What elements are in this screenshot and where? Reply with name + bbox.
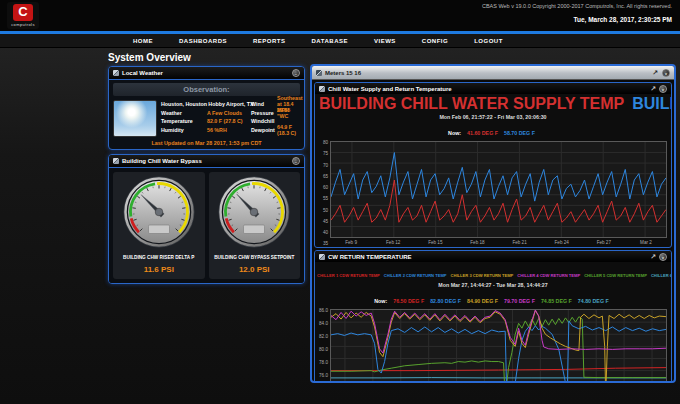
legend-entry[interactable]: CHILLER 3 CDW RETURN TEMP	[451, 273, 514, 278]
title-bar: C computrols CBAS Web v 19.0.0 Copyright…	[0, 0, 680, 31]
gauge-label: BUILDING CHW BYPASS SETPOINT	[211, 255, 299, 260]
x-tick-label: Feb 9	[345, 240, 357, 245]
nav-item-database[interactable]: DATABASE	[299, 38, 361, 44]
y-tick-label: 50	[323, 209, 328, 214]
y-tick-label: 40	[323, 231, 328, 236]
window-icon	[316, 70, 322, 76]
local-weather-header[interactable]: Local Weather −	[109, 67, 304, 80]
now-value: 76.50 DEG F	[393, 298, 424, 304]
chw-supply-return-chart-panel: Chill Water Supply and Return Temperatur…	[314, 82, 672, 248]
x-tick-label: Feb 12	[386, 240, 400, 245]
series-building-chw-return-temp	[331, 153, 666, 202]
x-tick-label: Feb 18	[470, 240, 484, 245]
local-weather-panel: Local Weather − Observation: Houston, Ho…	[108, 66, 305, 150]
y-tick-label: 55	[323, 197, 328, 202]
nav-item-views[interactable]: VIEWS	[361, 38, 409, 44]
y-tick-label: 80.0	[319, 348, 328, 353]
chart1-header[interactable]: Chill Water Supply and Return Temperatur…	[315, 83, 671, 94]
chart1-now-values: Now:41.60 DEG F58.70 DEG F	[315, 120, 671, 141]
weather-label: Wind	[251, 101, 277, 107]
chart2-y-axis: 86.084.082.080.078.076.074.072.070.0	[316, 309, 330, 383]
nav-item-home[interactable]: HOME	[120, 38, 166, 44]
popout-chart1-icon[interactable]: ↗	[650, 84, 656, 94]
meters-window-titlebar[interactable]: Meters 15 16 ↗ ×	[312, 66, 674, 80]
nav-item-reports[interactable]: REPORTS	[240, 38, 299, 44]
weather-label: Temperature	[161, 118, 207, 124]
x-tick-label: Feb 27	[597, 240, 611, 245]
chart2-date-range: Mon Mar 27, 14:44:27 - Tue Mar 28, 14:44…	[315, 281, 671, 288]
meters-window-title: Meters 15 16	[325, 70, 648, 76]
weather-value: A Few Clouds	[207, 110, 251, 116]
y-tick-label: 60	[323, 186, 328, 191]
chart2-plot	[330, 309, 667, 383]
collapse-weather-button[interactable]: −	[292, 69, 300, 77]
weather-table: Houston, Houston Hobby Airport, TXWindSo…	[161, 100, 303, 137]
computrols-logo[interactable]: C computrols	[7, 2, 39, 29]
y-tick-label: 78.0	[319, 361, 328, 366]
now-label: Now:	[374, 298, 387, 304]
y-tick-label: 65	[323, 175, 328, 180]
chart2-now-values: Now:76.50 DEG F82.80 DEG F84.90 DEG F79.…	[315, 288, 671, 309]
now-value: 58.70 DEG F	[504, 130, 535, 136]
close-chart2-icon[interactable]: ×	[659, 253, 667, 261]
legend-entry[interactable]: BUILDING CHILL WATER SUPPLY TEMP	[319, 95, 624, 112]
chart1-legend: BUILDING CHILL WATER SUPPLY TEMPBUILDING…	[315, 94, 671, 113]
weather-value: 64.9 F (18.3 C)	[277, 124, 303, 136]
x-tick-label: Mar 2	[640, 240, 652, 245]
y-tick-label: 35	[323, 242, 328, 247]
legend-entry[interactable]: CHILLER 2 CDW RETURN TEMP	[384, 273, 447, 278]
now-value: 74.85 DEG F	[541, 298, 572, 304]
y-tick-label: 75	[323, 152, 328, 157]
collapse-gauges-button[interactable]: −	[292, 157, 300, 165]
chart2-header[interactable]: CW RETURN TEMPERATURE ↗ ×	[315, 251, 671, 262]
legend-entry[interactable]: CHILLER 5 CDW RETURN TEMP	[584, 273, 647, 278]
legend-entry[interactable]: CHILLER 1 CDW RETURN TEMP	[317, 273, 380, 278]
x-tick-label: Feb 21	[512, 240, 526, 245]
gauge-dial	[218, 176, 290, 248]
weather-value: 82.0 F (27.8 C)	[207, 118, 251, 124]
meters-window: Meters 15 16 ↗ × Chill Water Supply and …	[310, 64, 676, 383]
chart1-y-axis: 80757065605550454035	[316, 141, 330, 247]
popout-window-icon[interactable]: ↗	[652, 68, 658, 78]
weather-condition-image	[113, 100, 157, 137]
chill-water-bypass-panel: Building Chill Water Bypass − BUILDING C…	[108, 154, 305, 284]
panel-chart-icon	[113, 158, 119, 164]
panel-chart-icon	[113, 70, 119, 76]
cbas-dashboard: C computrols CBAS Web v 19.0.0 Copyright…	[0, 0, 680, 404]
legend-entry[interactable]: CHILLER 6 CDW RETURN TEMP	[651, 273, 671, 278]
gauge-value: 12.0 PSI	[211, 265, 299, 274]
close-window-icon[interactable]: ×	[662, 69, 670, 77]
cw-return-temp-chart-panel: CW RETURN TEMPERATURE ↗ × CHILLER 1 CDW …	[314, 250, 672, 383]
gauge-tile: BUILDING CHW RISER DELTA P11.6 PSI	[113, 172, 205, 279]
panel-chart-icon	[319, 86, 325, 92]
series-chiller-2-cdw-return-temp	[331, 321, 666, 383]
y-tick-label: 70	[323, 164, 328, 169]
legend-entry[interactable]: CHILLER 4 CDW RETURN TEMP	[517, 273, 580, 278]
nav-menu: HOMEDASHBOARDSREPORTSDATABASEVIEWSCONFIG…	[0, 34, 680, 48]
weather-value: 29.85 "WC	[277, 107, 303, 119]
copyright-text: CBAS Web v 19.0.0 Copyright 2000-2017 Co…	[482, 3, 672, 9]
popout-chart2-icon[interactable]: ↗	[650, 252, 656, 262]
nav-item-config[interactable]: CONFIG	[409, 38, 461, 44]
now-value: 84.90 DEG F	[467, 298, 498, 304]
gauge-tile: BUILDING CHW BYPASS SETPOINT12.0 PSI	[209, 172, 301, 279]
y-tick-label: 45	[323, 220, 328, 225]
weather-label: Weather	[161, 110, 207, 116]
now-value: 41.60 DEG F	[467, 130, 498, 136]
legend-entry[interactable]: BUILDING CHW RETURN TEMP	[632, 95, 671, 112]
close-chart1-icon[interactable]: ×	[659, 85, 667, 93]
y-tick-label: 84.0	[319, 322, 328, 327]
chart2-title: CW RETURN TEMPERATURE	[328, 254, 646, 260]
weather-label: Humidity	[161, 127, 207, 133]
weather-last-updated: Last Updated on Mar 28 2017, 1:53 pm CDT	[109, 137, 304, 149]
chill-water-bypass-title: Building Chill Water Bypass	[122, 158, 289, 164]
y-tick-label: 82.0	[319, 335, 328, 340]
nav-item-logout[interactable]: LOGOUT	[461, 38, 516, 44]
chill-water-bypass-header[interactable]: Building Chill Water Bypass −	[109, 155, 304, 168]
gauge-label: BUILDING CHW RISER DELTA P	[115, 255, 203, 260]
weather-label: Windchill	[251, 118, 277, 124]
chart1-plot	[330, 141, 667, 238]
now-value: 82.80 DEG F	[430, 298, 461, 304]
now-label: Now:	[448, 130, 461, 136]
nav-item-dashboards[interactable]: DASHBOARDS	[166, 38, 240, 44]
